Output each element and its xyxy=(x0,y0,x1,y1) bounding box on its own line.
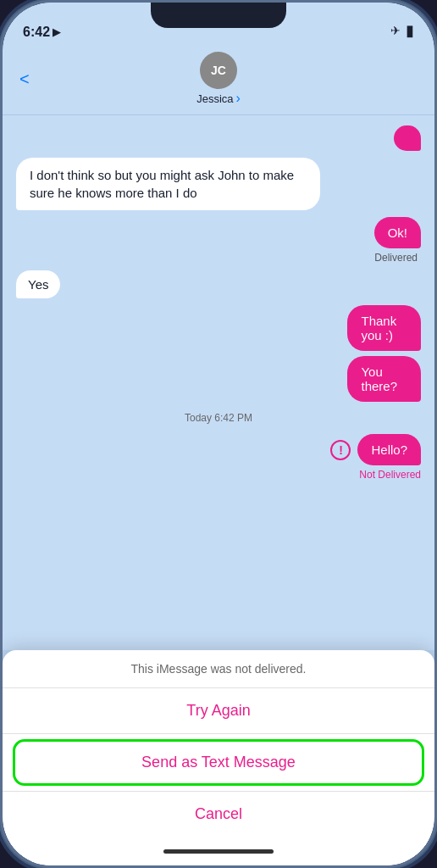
cancel-button[interactable]: Cancel xyxy=(3,791,434,837)
error-icon: ! xyxy=(330,440,351,460)
avatar: JC xyxy=(200,52,237,89)
location-icon: ▶ xyxy=(53,26,60,38)
contact-name-row: Jessica › xyxy=(196,91,241,106)
not-delivered-row: ! Hello? xyxy=(330,434,421,465)
contact-name-text: Jessica xyxy=(196,92,233,105)
not-delivered-label: Not Delivered xyxy=(359,469,421,481)
list-item: Yes xyxy=(16,270,60,298)
nav-bar: < JC Jessica › xyxy=(3,45,434,115)
chevron-icon: › xyxy=(236,91,241,106)
timestamp: Today 6:42 PM xyxy=(16,412,421,424)
back-button[interactable]: < xyxy=(19,70,30,89)
time-display: 6:42 xyxy=(23,25,50,40)
list-item xyxy=(394,125,421,151)
delivered-label: Delivered xyxy=(374,252,418,264)
contact-info[interactable]: JC Jessica › xyxy=(196,52,241,106)
try-again-button[interactable]: Try Again xyxy=(3,688,434,734)
list-item: Thank you :) xyxy=(347,305,421,351)
airplane-icon: ✈ xyxy=(390,24,401,37)
home-bar xyxy=(163,849,274,854)
list-item: You there? xyxy=(347,356,421,402)
notch xyxy=(151,3,286,28)
sheet-notice: This iMessage was not delivered. xyxy=(3,650,434,688)
status-icons: ✈ ▮ xyxy=(390,21,414,40)
list-item: Hello? xyxy=(357,434,421,465)
list-item: Ok! xyxy=(374,217,421,248)
battery-icon: ▮ xyxy=(406,21,414,40)
home-indicator xyxy=(3,837,434,865)
sent-group: Thank you :) You there? xyxy=(324,305,421,402)
bottom-sheet: This iMessage was not delivered. Try Aga… xyxy=(3,650,434,865)
send-as-text-button[interactable]: Send as Text Message xyxy=(13,739,424,786)
status-time: 6:42 ▶ xyxy=(23,25,60,40)
list-item: I don't think so but you might ask John … xyxy=(16,158,320,210)
phone-inner: 6:42 ▶ ✈ ▮ < JC Jessica › xyxy=(3,3,434,865)
phone-frame: 6:42 ▶ ✈ ▮ < JC Jessica › xyxy=(0,0,437,868)
chat-area: I don't think so but you might ask John … xyxy=(3,115,434,650)
